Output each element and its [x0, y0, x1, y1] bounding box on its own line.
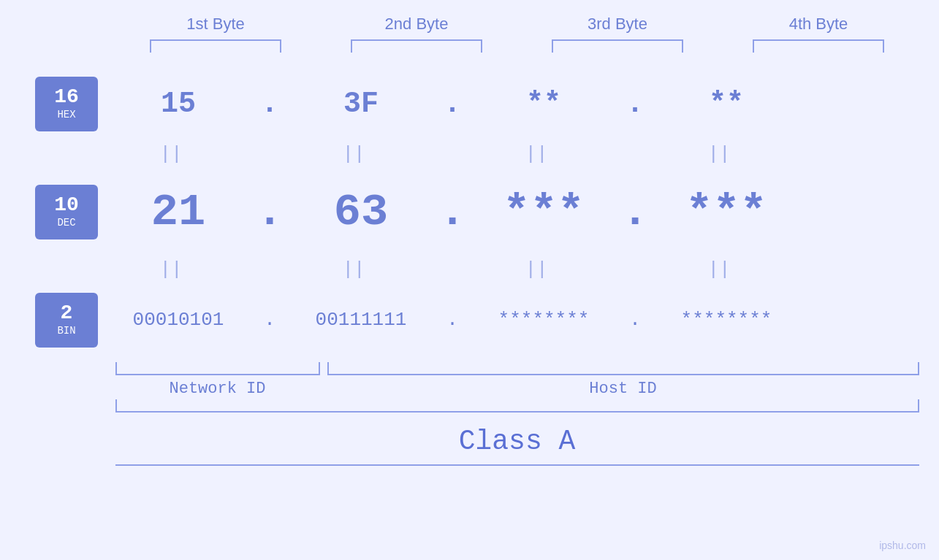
byte-header-3: 3rd Byte: [537, 15, 698, 34]
bin-badge: 2 BIN: [35, 293, 98, 348]
class-footer: Class A: [115, 426, 919, 466]
network-bracket: [115, 362, 320, 375]
bin-badge-number: 2: [61, 303, 73, 323]
bottom-labels: Network ID Host ID: [115, 380, 919, 398]
bin-dot1: .: [251, 309, 288, 331]
dec-badge-number: 10: [54, 195, 79, 215]
eq-val-2b: ||: [281, 258, 427, 280]
eq-val-1a: ||: [98, 143, 244, 165]
bottom-brackets: [115, 362, 919, 375]
hex-byte4: **: [653, 88, 799, 120]
hex-byte2: 3F: [288, 88, 434, 120]
bracket-1: [150, 39, 281, 53]
dec-dot3: .: [617, 186, 653, 238]
byte-header-4: 4th Byte: [738, 15, 899, 34]
host-bracket: [327, 362, 919, 375]
eq-val-1d: ||: [646, 143, 792, 165]
eq-val-2a: ||: [98, 258, 244, 280]
class-a-text: Class A: [459, 426, 576, 457]
eq-val-2d: ||: [646, 258, 792, 280]
dec-badge-label: DEC: [57, 217, 75, 229]
hex-badge-number: 16: [54, 87, 79, 107]
eq-val-1b: ||: [281, 143, 427, 165]
bin-row: 2 BIN 00010101 . 00111111 . ******** . *…: [0, 283, 939, 356]
equals-row-2: || || || ||: [0, 256, 939, 283]
bin-dot3: .: [617, 309, 653, 331]
hex-values: 15 . 3F . ** . **: [105, 88, 939, 120]
eq-val-2c: ||: [463, 258, 609, 280]
dec-byte2: 63: [288, 186, 434, 238]
byte-header-2: 2nd Byte: [336, 15, 497, 34]
host-id-label: Host ID: [327, 380, 919, 398]
byte-headers: 1st Byte 2nd Byte 3rd Byte 4th Byte: [115, 15, 919, 34]
dec-byte4: ***: [653, 186, 799, 238]
bottom-section: Network ID Host ID: [115, 362, 919, 398]
bin-badge-label: BIN: [57, 325, 75, 337]
dec-dot1: .: [251, 186, 288, 238]
bracket-3: [552, 39, 683, 53]
outer-bracket: [115, 399, 919, 413]
bracket-2: [351, 39, 482, 53]
hex-badge: 16 HEX: [35, 77, 98, 131]
dec-dot2: .: [434, 186, 471, 238]
dec-byte1: 21: [105, 186, 251, 238]
equals-row-1: || || || ||: [0, 140, 939, 168]
hex-row: 16 HEX 15 . 3F . ** . **: [0, 67, 939, 140]
byte-header-1: 1st Byte: [135, 15, 296, 34]
dec-row: 10 DEC 21 . 63 . *** . ***: [0, 168, 939, 256]
hex-badge-label: HEX: [57, 109, 75, 120]
header-brackets: [115, 39, 919, 53]
hex-byte1: 15: [105, 88, 251, 120]
hex-dot2: .: [434, 88, 471, 120]
hex-dot1: .: [251, 88, 288, 120]
dec-byte3: ***: [471, 186, 617, 238]
dec-badge: 10 DEC: [35, 185, 98, 239]
bin-byte1: 00010101: [105, 309, 251, 331]
bracket-4: [753, 39, 884, 53]
bin-byte2: 00111111: [288, 309, 434, 331]
main-container: 1st Byte 2nd Byte 3rd Byte 4th Byte 16 H…: [0, 0, 939, 560]
dec-values: 21 . 63 . *** . ***: [105, 186, 939, 238]
bin-values: 00010101 . 00111111 . ******** . *******…: [105, 309, 939, 331]
hex-dot3: .: [617, 88, 653, 120]
bin-byte4: ********: [653, 309, 799, 331]
bin-dot2: .: [434, 309, 471, 331]
hex-byte3: **: [471, 88, 617, 120]
bin-byte3: ********: [471, 309, 617, 331]
eq-val-1c: ||: [463, 143, 609, 165]
network-id-label: Network ID: [115, 380, 320, 398]
watermark: ipshu.com: [879, 540, 926, 551]
